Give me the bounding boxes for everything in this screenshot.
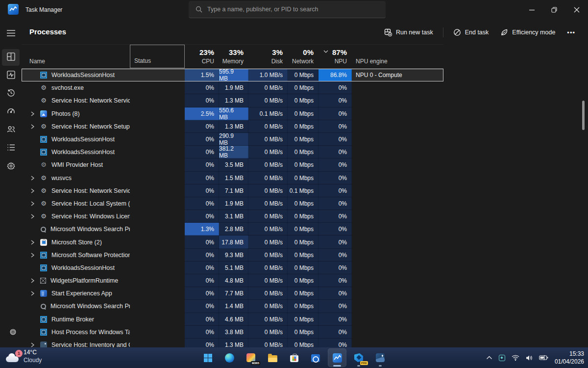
process-row[interactable]: WorkloadsSessionHost0%5.1 MB0 MB/s0 Mbps… <box>22 262 443 274</box>
process-row[interactable]: ⚙Service Host: Local System (Ne...0%1.9 … <box>22 197 443 210</box>
column-header-memory[interactable]: 33%Memory <box>219 45 248 68</box>
cpu-cell: 1.3% <box>185 223 219 236</box>
npu-cell: 0% <box>318 120 352 133</box>
tray-battery-button[interactable] <box>539 355 548 361</box>
taskbar-app-microsoft-store[interactable] <box>285 348 303 367</box>
gear-icon: ⚙ <box>40 123 47 130</box>
image-app-icon <box>40 342 47 347</box>
scrollbar[interactable] <box>582 101 585 130</box>
process-row[interactable]: Microsoft Windows Search Pr...1.3%2.8 MB… <box>22 223 443 236</box>
search-box[interactable] <box>189 1 386 18</box>
taskbar-app-photos[interactable] <box>371 348 390 367</box>
windows-start-icon <box>204 354 212 362</box>
expand-chevron-icon[interactable] <box>30 291 36 296</box>
users-icon <box>7 125 15 135</box>
taskbar-app-edge[interactable] <box>220 348 239 367</box>
process-row[interactable]: Service Host: Inventory and C...0%1.3 MB… <box>22 339 443 347</box>
disk-cell: 0 MB/s <box>248 262 288 274</box>
process-row[interactable]: WorkloadsSessionHost1.5%595.9 MB1.0 MB/s… <box>22 69 443 81</box>
tray-network-button[interactable] <box>512 355 519 361</box>
cpu-cell: 0% <box>185 81 219 94</box>
process-row[interactable]: WidgetsPlatformRuntime0%4.8 MB0 MB/s0 Mb… <box>22 274 443 287</box>
process-row[interactable]: ⚙svchost.exe0%1.9 MB0 MB/s0 Mbps0% <box>22 81 443 94</box>
close-button[interactable] <box>565 0 588 20</box>
sidebar-item-users[interactable] <box>2 122 20 138</box>
process-row[interactable]: ⚙Service Host: Network Setup S...0%1.3 M… <box>22 120 443 133</box>
sidebar-item-performance[interactable] <box>2 67 20 84</box>
process-row[interactable]: Microsoft Software Protection...0%9.3 MB… <box>22 249 443 262</box>
process-row[interactable]: WorkloadsSessionHost0%381.2 MB0 MB/s0 Mb… <box>22 146 443 158</box>
tray-overflow-button[interactable] <box>486 356 492 360</box>
process-row[interactable]: Start Experiences App0%7.7 MB0 MB/s0 Mbp… <box>22 287 443 300</box>
npu-engine-cell <box>352 313 443 326</box>
column-header-network[interactable]: 0%Network <box>288 45 318 68</box>
status-cell <box>130 300 185 313</box>
more-options-button[interactable]: ••• <box>562 26 580 39</box>
tray-agent-button[interactable] <box>499 355 505 361</box>
sidebar-item-services[interactable] <box>2 158 20 175</box>
expand-chevron-icon[interactable] <box>30 253 36 258</box>
minimize-button[interactable] <box>520 0 543 20</box>
process-row[interactable]: WorkloadsSessionHost0%290.9 MB0 MB/s0 Mb… <box>22 133 443 146</box>
status-cell <box>130 94 185 107</box>
network-cell: 0 Mbps <box>288 313 318 326</box>
expand-chevron-icon[interactable] <box>30 240 36 245</box>
sidebar-item-settings[interactable] <box>4 323 22 340</box>
memory-cell: 1.5 MB <box>219 172 248 184</box>
npu-cell: 0% <box>318 339 352 347</box>
process-row[interactable]: Runtime Broker0%4.6 MB0 MB/s0 Mbps0% <box>22 313 443 326</box>
process-row[interactable]: Photos (8)2.5%550.6 MB0.1 MB/s0 Mbps0% <box>22 107 443 120</box>
sidebar-item-details[interactable] <box>2 140 20 157</box>
process-row[interactable]: ⚙wusvcs0%1.5 MB0 MB/s0 Mbps0% <box>22 172 443 184</box>
process-row[interactable]: ⚙Service Host: Windows Licens...0%3.1 MB… <box>22 210 443 223</box>
column-header-name[interactable]: Name <box>22 45 130 68</box>
efficiency-mode-button[interactable]: Efficiency mode <box>495 26 560 39</box>
sidebar-item-startup-apps[interactable] <box>2 104 20 120</box>
status-cell <box>130 262 185 274</box>
expand-chevron-icon[interactable] <box>30 201 36 206</box>
taskbar-app-preview-app[interactable]: PRE <box>349 348 368 367</box>
process-name: WMI Provider Host <box>51 161 103 168</box>
sidebar-item-processes[interactable] <box>2 49 20 66</box>
npu-engine-cell <box>352 287 443 300</box>
network-cell: 0 Mbps <box>288 81 318 94</box>
file-explorer-icon <box>268 354 277 362</box>
sidebar-item-app-history[interactable] <box>2 85 20 102</box>
expand-chevron-icon[interactable] <box>30 342 36 347</box>
column-header-disk[interactable]: 3%Disk <box>248 45 288 68</box>
process-row[interactable]: Microsoft Store (2)0%17.8 MB0 MB/s0 Mbps… <box>22 236 443 248</box>
cpu-cell: 0% <box>185 287 219 300</box>
search-input[interactable] <box>207 6 369 13</box>
sort-descending-icon <box>323 46 328 55</box>
taskbar-app-task-manager[interactable] <box>328 348 346 367</box>
memory-cell: 7.1 MB <box>219 184 248 197</box>
process-row[interactable]: Microsoft Windows Search Pr...0%1.4 MB0 … <box>22 300 443 313</box>
expand-chevron-icon[interactable] <box>30 278 36 283</box>
disk-cell: 0 MB/s <box>248 300 288 313</box>
expand-chevron-icon[interactable] <box>30 176 36 181</box>
process-row[interactable]: ⚙Service Host: Network Service0%7.1 MB0 … <box>22 184 443 197</box>
column-header-status[interactable]: Status <box>130 45 185 68</box>
taskbar-app-outlook[interactable] <box>306 348 325 367</box>
nav-menu-button[interactable] <box>2 25 20 41</box>
tray-volume-button[interactable] <box>526 355 533 361</box>
weather-widget[interactable]: 1 14°C Cloudy <box>5 349 42 364</box>
expand-chevron-icon[interactable] <box>30 188 36 193</box>
clock[interactable]: 15:33 01/04/2026 <box>555 350 584 366</box>
column-header-cpu[interactable]: 23%CPU <box>185 45 219 68</box>
process-name: Service Host: Network Setup S... <box>51 123 130 130</box>
taskbar-app-file-explorer[interactable] <box>263 348 282 367</box>
taskbar-app-start[interactable] <box>198 348 217 367</box>
process-row[interactable]: ⚙WMI Provider Host0%3.5 MB0 MB/s0 Mbps0% <box>22 158 443 171</box>
maximize-restore-button[interactable] <box>543 0 565 20</box>
end-task-button[interactable]: End task <box>448 26 494 39</box>
process-row[interactable]: ⚙Service Host: Network Service0%1.3 MB0 … <box>22 94 443 107</box>
column-header-engine[interactable]: NPU engine <box>352 45 443 68</box>
expand-chevron-icon[interactable] <box>30 214 36 219</box>
run-new-task-button[interactable]: Run new task <box>379 26 438 39</box>
expand-chevron-icon[interactable] <box>30 111 36 116</box>
process-row[interactable]: Host Process for Windows Tas...0%3.8 MB0… <box>22 326 443 339</box>
column-header-npu[interactable]: 87%NPU <box>318 45 352 68</box>
taskbar-app-m365[interactable]: M365 <box>242 348 260 367</box>
expand-chevron-icon[interactable] <box>30 124 36 129</box>
